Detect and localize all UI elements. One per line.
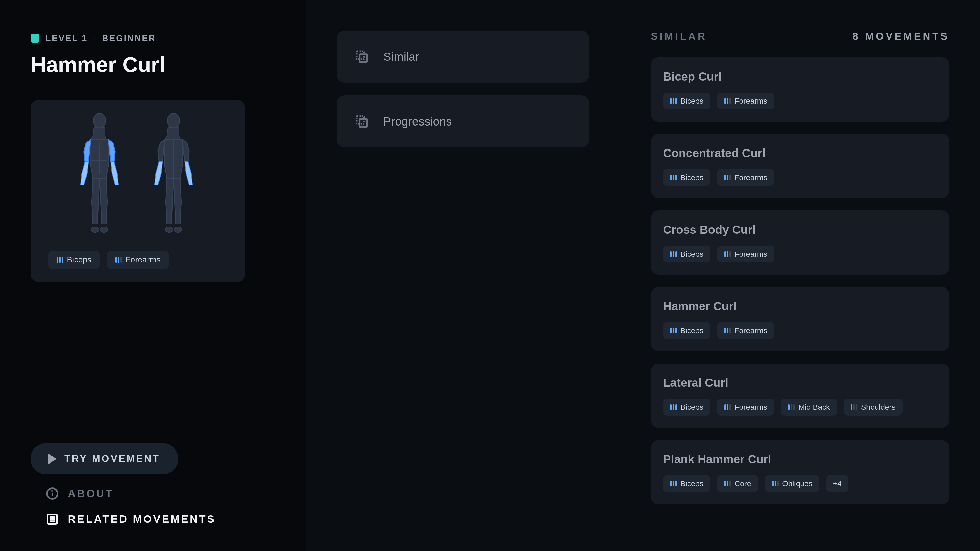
about-label: ABOUT (68, 487, 114, 500)
info-icon (46, 487, 59, 500)
muscle-tags: BicepsForearms (663, 93, 937, 110)
muscle-tag-label: Forearms (735, 326, 767, 335)
difficulty-label: BEGINNER (102, 33, 156, 43)
intensity-bars-icon (670, 404, 677, 410)
muscle-tag: Biceps (663, 322, 711, 339)
muscle-tag-label: Biceps (67, 255, 91, 265)
muscle-tag: Core (717, 475, 758, 492)
svg-point-10 (174, 227, 182, 232)
right-header: SIMILAR 8 MOVEMENTS (651, 30, 950, 42)
movement-card-title: Hammer Curl (663, 299, 937, 313)
muscle-tag: Biceps (663, 169, 711, 186)
muscle-tag-label: Forearms (735, 250, 767, 259)
movement-card[interactable]: Cross Body CurlBicepsForearms (651, 210, 950, 275)
svg-point-6 (100, 227, 108, 232)
movement-card[interactable]: Plank Hammer CurlBicepsCoreObliques+4 (651, 440, 950, 504)
intensity-bars-icon (724, 251, 731, 257)
movement-card[interactable]: Concentrated CurlBicepsForearms (651, 134, 950, 198)
muscle-tags: BicepsForearmsMid BackShoulders (663, 399, 937, 416)
svg-point-9 (165, 227, 173, 232)
intensity-bars-icon (788, 404, 795, 410)
body-figures (48, 113, 227, 235)
body-diagram-card: BicepsForearms (30, 100, 245, 282)
svg-rect-21 (360, 119, 367, 127)
intensity-bars-icon (670, 251, 677, 257)
movement-list[interactable]: Bicep CurlBicepsForearmsConcentrated Cur… (651, 57, 950, 504)
movement-card-title: Plank Hammer Curl (663, 452, 937, 466)
muscle-tag: Shoulders (844, 399, 903, 416)
muscle-tag: Forearms (107, 251, 169, 269)
muscle-tag-label: Core (735, 479, 751, 488)
level-indicator-icon (30, 34, 39, 43)
list-icon (46, 513, 59, 526)
intensity-bars-icon (724, 404, 731, 410)
category-card[interactable]: Similar (337, 30, 589, 83)
intensity-bars-icon (670, 98, 677, 104)
intensity-bars-icon (724, 328, 731, 333)
try-movement-button[interactable]: TRY MOVEMENT (30, 443, 178, 475)
muscle-tag: Mid Back (781, 399, 837, 416)
movement-card-title: Concentrated Curl (663, 146, 937, 160)
about-nav-item[interactable]: ABOUT (30, 487, 275, 500)
body-back-icon (145, 113, 202, 235)
muscle-tag: Biceps (48, 251, 100, 269)
muscle-tag-label: Mid Back (798, 403, 830, 411)
movement-card[interactable]: Bicep CurlBicepsForearms (651, 57, 950, 122)
intensity-bars-icon (57, 257, 63, 263)
intensity-bars-icon (670, 328, 677, 333)
muscle-tag-label: Forearms (126, 255, 161, 265)
related-movements-label: RELATED MOVEMENTS (68, 513, 216, 525)
intensity-bars-icon (115, 257, 122, 263)
intensity-bars-icon (670, 481, 677, 486)
level-row: LEVEL 1 · BEGINNER (30, 33, 275, 43)
overflow-tag: +4 (826, 475, 848, 492)
nav-section: TRY MOVEMENT ABOUT RELATED MOVEMENTS (30, 443, 275, 526)
svg-point-0 (94, 113, 106, 128)
level-separator: · (94, 34, 96, 43)
muscle-tags: BicepsForearms (663, 322, 937, 339)
intensity-bars-icon (724, 481, 731, 486)
intensity-bars-icon (724, 98, 731, 104)
body-front-icon (72, 113, 127, 235)
stack-icon (355, 49, 369, 64)
category-label: Progressions (383, 114, 452, 128)
muscle-tag-label: Forearms (735, 173, 767, 182)
level-label: LEVEL 1 (45, 33, 88, 43)
muscle-tag: Obliques (765, 475, 819, 492)
muscle-tag: Biceps (663, 246, 711, 262)
middle-panel: Similar Progressions (306, 0, 620, 551)
muscle-tag-label: Shoulders (861, 403, 896, 411)
right-panel: SIMILAR 8 MOVEMENTS Bicep CurlBicepsFore… (620, 0, 980, 551)
muscle-tag: Biceps (663, 93, 711, 110)
svg-point-5 (91, 227, 99, 232)
muscle-tag: Forearms (717, 169, 774, 186)
svg-point-7 (167, 113, 180, 128)
muscle-tag: Forearms (717, 399, 774, 416)
movement-count-label: 8 MOVEMENTS (853, 30, 950, 42)
muscle-tags: BicepsForearms (48, 251, 227, 269)
svg-rect-20 (356, 116, 364, 124)
stack-icon (355, 114, 369, 129)
muscle-tag-label: Biceps (680, 97, 703, 105)
muscle-tag-label: Obliques (782, 479, 812, 488)
category-label: Similar (383, 50, 419, 64)
muscle-tag-label: Forearms (735, 403, 767, 411)
muscle-tags: BicepsForearms (663, 246, 937, 262)
movement-card[interactable]: Hammer CurlBicepsForearms (651, 287, 950, 351)
movement-card-title: Lateral Curl (663, 376, 937, 389)
category-card[interactable]: Progressions (337, 95, 589, 148)
movement-card-title: Cross Body Curl (663, 223, 937, 237)
muscle-tag: Forearms (717, 93, 774, 110)
muscle-tag-label: Forearms (735, 97, 767, 105)
related-movements-nav-item[interactable]: RELATED MOVEMENTS (30, 513, 275, 526)
muscle-tags: BicepsForearms (663, 169, 937, 186)
try-movement-label: TRY MOVEMENT (64, 453, 160, 464)
movement-title: Hammer Curl (30, 52, 275, 77)
movement-card[interactable]: Lateral CurlBicepsForearmsMid BackShould… (651, 364, 950, 428)
left-panel: LEVEL 1 · BEGINNER Hammer Curl (0, 0, 306, 551)
muscle-tag-label: Biceps (680, 250, 703, 259)
intensity-bars-icon (670, 175, 677, 180)
svg-point-13 (52, 491, 52, 491)
intensity-bars-icon (772, 481, 779, 486)
muscle-tag: Forearms (717, 246, 774, 262)
